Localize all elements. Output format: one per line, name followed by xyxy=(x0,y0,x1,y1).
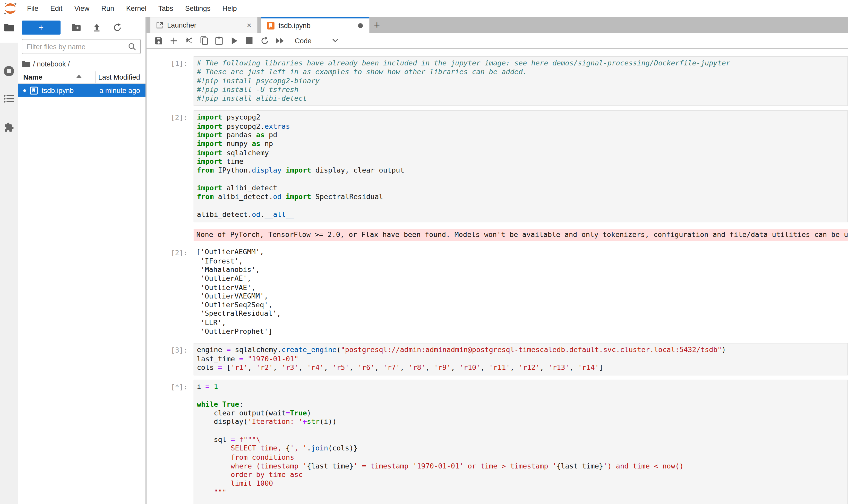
menu-item-tabs[interactable]: Tabs xyxy=(152,0,179,17)
execution-prompt xyxy=(146,227,194,241)
refresh-icon[interactable] xyxy=(107,21,128,35)
menu-item-help[interactable]: Help xyxy=(216,0,242,17)
activity-bar xyxy=(0,17,18,504)
menu-item-file[interactable]: File xyxy=(21,0,44,17)
file-filter-box xyxy=(22,39,141,54)
code-line: clear_output(wait=True) xyxy=(197,409,847,418)
code-line: import psycopg2.extras xyxy=(197,122,847,131)
notebook-cell: [3]:engine = sqlalchemy.create_engine("p… xyxy=(146,343,848,376)
menu-item-view[interactable]: View xyxy=(68,0,95,17)
new-launcher-button[interactable]: + xyxy=(22,21,60,35)
insert-cell-icon[interactable] xyxy=(166,34,181,47)
file-row-tsdb[interactable]: tsdb.ipynb a minute ago xyxy=(18,84,145,97)
code-line: import alibi_detect xyxy=(197,184,847,193)
code-line xyxy=(197,391,847,400)
code-line: import time xyxy=(197,157,847,166)
code-line: from IPython.display import display, cle… xyxy=(197,166,847,175)
code-editor[interactable]: i = 1 while True: clear_output(wait=True… xyxy=(194,380,848,504)
menu-bar: FileEditViewRunKernelTabsSettingsHelp xyxy=(0,0,848,17)
tab-close-icon[interactable]: × xyxy=(247,21,251,30)
execution-prompt: [2]: xyxy=(146,246,194,339)
file-name: tsdb.ipynb xyxy=(42,86,100,94)
file-list-header: Name Last Modified xyxy=(18,71,145,84)
code-line: i = 1 xyxy=(197,382,847,391)
sort-ascending-icon[interactable] xyxy=(76,75,82,78)
code-line: None of PyTorch, TensorFlow >= 2.0, or F… xyxy=(196,231,848,239)
notebook-scroll-area[interactable]: [1]:# The following libraries have alrea… xyxy=(146,49,848,504)
cut-icon[interactable] xyxy=(181,34,196,47)
code-line: cols = ['r1', 'r2', 'r3', 'r4', 'r5', 'r… xyxy=(197,363,847,372)
unsaved-changes-dot[interactable] xyxy=(358,23,363,28)
code-line: order by time asc xyxy=(197,470,847,479)
execution-prompt: [1]: xyxy=(146,56,194,106)
table-of-contents-icon[interactable] xyxy=(0,94,18,103)
stderr-output: None of PyTorch, TensorFlow >= 2.0, or F… xyxy=(194,229,848,241)
notebook-toolbar: Code xyxy=(146,33,848,49)
code-editor[interactable]: import psycopg2import psycopg2.extrasimp… xyxy=(194,110,848,222)
running-sessions-icon[interactable] xyxy=(0,66,18,77)
text-output: ['OutlierAEGMM', 'IForest', 'Mahalanobis… xyxy=(194,246,848,339)
code-line: import numpy as np xyxy=(197,140,847,149)
paste-icon[interactable] xyxy=(212,34,227,47)
code-line: import pandas as pd xyxy=(197,131,847,140)
tab-launcher[interactable]: Launcher × xyxy=(150,17,257,33)
column-name[interactable]: Name xyxy=(23,73,42,82)
notebook-cell: [2]:import psycopg2import psycopg2.extra… xyxy=(146,110,848,222)
code-line xyxy=(197,175,847,184)
code-line: 'OutlierSeq2Seq', xyxy=(196,301,848,309)
menu-item-settings[interactable]: Settings xyxy=(179,0,217,17)
extensions-icon[interactable] xyxy=(0,122,18,133)
jupyterlab-app: FileEditViewRunKernelTabsSettingsHelp + xyxy=(0,0,848,504)
code-line: """ xyxy=(197,488,847,497)
menu-item-edit[interactable]: Edit xyxy=(44,0,68,17)
code-line: sql = f"""\ xyxy=(197,435,847,444)
code-editor[interactable]: # The following libraries have already b… xyxy=(194,56,848,106)
code-line: 'LLR', xyxy=(196,318,848,327)
home-folder-icon xyxy=(22,60,30,67)
code-line: #!pip install psycopg2-binary xyxy=(197,76,847,85)
restart-kernel-icon[interactable] xyxy=(257,34,272,47)
file-browser-panel: + / notebook / Name Last Modified xyxy=(18,17,145,504)
notebook-cell: [*]:i = 1 while True: clear_output(wait=… xyxy=(146,380,848,504)
new-tab-button[interactable]: + xyxy=(369,17,384,33)
code-line: import sqlalchemy xyxy=(197,149,847,157)
cell-output: [2]:['OutlierAEGMM', 'IForest', 'Mahalan… xyxy=(146,246,848,339)
jupyter-logo-icon xyxy=(3,2,18,15)
upload-icon[interactable] xyxy=(87,21,107,35)
cell-output: None of PyTorch, TensorFlow >= 2.0, or F… xyxy=(146,227,848,241)
cell-type-select[interactable]: Code xyxy=(295,37,312,44)
code-line xyxy=(197,497,847,504)
tab-notebook-label: tsdb.ipynb xyxy=(278,22,358,30)
code-line: where (timestamp '{last_time}' = timesta… xyxy=(197,462,847,470)
file-filter-input[interactable] xyxy=(22,42,128,51)
code-line: limit 1000 xyxy=(197,480,847,488)
run-all-icon[interactable] xyxy=(272,34,287,47)
code-line: display('Iteration: '+str(i)) xyxy=(197,418,847,427)
code-line xyxy=(197,427,847,435)
menu-item-run[interactable]: Run xyxy=(95,0,120,17)
code-line: 'Mahalanobis', xyxy=(196,266,848,274)
run-icon[interactable] xyxy=(227,34,242,47)
chevron-down-icon[interactable] xyxy=(332,38,339,43)
code-line: 'OutlierAE', xyxy=(196,274,848,283)
notebook-cell: [1]:# The following libraries have alrea… xyxy=(146,56,848,106)
column-last-modified[interactable]: Last Modified xyxy=(98,73,140,82)
code-line: 'OutlierVAEGMM', xyxy=(196,292,848,301)
execution-prompt: [3]: xyxy=(146,343,194,376)
save-icon[interactable] xyxy=(151,34,166,47)
copy-icon[interactable] xyxy=(196,34,212,47)
code-line: 'IForest', xyxy=(196,257,848,266)
execution-prompt: [2]: xyxy=(146,110,194,222)
notebook-file-icon xyxy=(30,86,38,94)
breadcrumb[interactable]: / notebook / xyxy=(22,58,70,69)
new-folder-icon[interactable] xyxy=(66,21,87,35)
code-line xyxy=(197,201,847,210)
stop-icon[interactable] xyxy=(242,34,257,47)
code-line: alibi_detect.od.__all__ xyxy=(197,210,847,219)
menu-item-kernel[interactable]: Kernel xyxy=(120,0,152,17)
code-line: from conditions xyxy=(197,453,847,462)
file-browser-icon[interactable] xyxy=(0,23,18,32)
tab-notebook[interactable]: tsdb.ipynb xyxy=(261,17,369,33)
column-separator xyxy=(95,71,96,83)
code-editor[interactable]: engine = sqlalchemy.create_engine("postg… xyxy=(194,343,848,376)
